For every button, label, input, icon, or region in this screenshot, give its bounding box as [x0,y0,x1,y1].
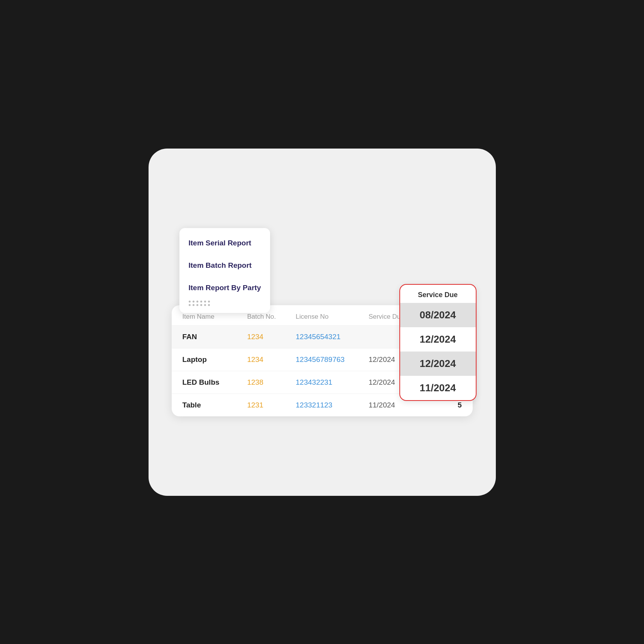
dropdown-menu: Item Serial Report Item Batch Report Ite… [179,228,270,313]
service-due-value-1: 08/2024 [400,303,476,327]
cell-service-due: 11/2024 [368,401,433,409]
dot [189,301,191,303]
cell-batch-no: 1238 [247,378,296,387]
main-wrapper: Item Serial Report Item Batch Report Ite… [172,228,473,416]
dot [204,301,206,303]
col-header-batch-no: Batch No. [247,313,296,321]
dot [204,304,206,306]
dot [196,301,198,303]
cell-batch-no: 1234 [247,333,296,341]
dot [189,304,191,306]
dot [208,301,210,303]
cell-item-name: Table [183,401,247,409]
dot [193,301,194,303]
dot [200,304,202,306]
service-due-header: Service Due [400,285,476,303]
cell-qty: 5 [433,401,461,409]
service-due-value-4: 11/2024 [400,376,476,400]
col-header-item-name: Item Name [183,313,247,321]
cell-license-no: 123321123 [296,401,368,409]
dot [196,304,198,306]
cell-license-no: 12345654321 [296,333,368,341]
cell-item-name: Laptop [183,355,247,364]
cell-batch-no: 1231 [247,401,296,409]
cell-item-name: LED Bulbs [183,378,247,387]
dot [193,304,194,306]
cell-batch-no: 1234 [247,355,296,364]
dropdown-dots [179,299,270,309]
service-due-popup: Service Due 08/2024 12/2024 12/2024 11/2… [399,284,477,401]
service-due-value-3: 12/2024 [400,352,476,376]
dropdown-item-serial-report[interactable]: Item Serial Report [179,232,270,254]
dot [208,304,210,306]
cell-license-no: 123456789763 [296,355,368,364]
dropdown-item-report-by-party[interactable]: Item Report By Party [179,277,270,299]
col-header-license-no: License No [296,313,368,321]
dropdown-item-batch-report[interactable]: Item Batch Report [179,254,270,277]
screen: Item Serial Report Item Batch Report Ite… [149,149,496,496]
cell-item-name: FAN [183,333,247,341]
cell-license-no: 123432231 [296,378,368,387]
dot [200,301,202,303]
service-due-value-2: 12/2024 [400,327,476,352]
